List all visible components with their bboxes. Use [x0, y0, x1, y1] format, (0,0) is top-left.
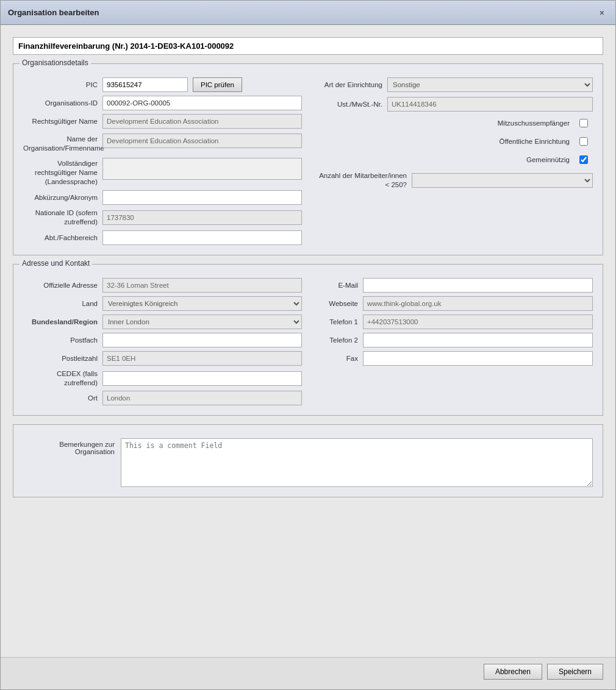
legal-name-input[interactable]	[102, 114, 302, 129]
abbreviation-row: Abkürzung/Akronym	[23, 190, 302, 205]
org-name-input[interactable]	[102, 133, 302, 148]
dialog-footer: Abbrechen Speichern	[1, 657, 615, 689]
telefon1-label: Telefon 1	[314, 318, 363, 325]
telefon2-input[interactable]	[363, 333, 593, 347]
pic-pruf-button[interactable]: PIC prüfen	[193, 77, 242, 92]
org-name-label: Name der Organisation/Firmenname	[23, 133, 102, 153]
telefon2-row: Telefon 2	[314, 333, 593, 347]
offizielle-row: Offizielle Adresse	[23, 278, 302, 293]
org-name-row: Name der Organisation/Firmenname	[23, 132, 302, 153]
ust-input[interactable]	[387, 97, 593, 112]
dialog-content: Organisationsdetails PIC PIC prüfen Orga	[1, 25, 615, 657]
anzahl-row: Anzahl der Mitarbeiter/innen < 250?	[314, 171, 593, 190]
full-legal-input[interactable]	[102, 158, 302, 180]
oeffentlich-row: Öffentliche Einrichtung	[314, 135, 593, 148]
postleitzahl-label: Postleitzahl	[23, 355, 102, 362]
email-input[interactable]	[363, 278, 593, 293]
finanzhilfe-input[interactable]	[13, 37, 603, 55]
address-section: Adresse und Kontakt Offizielle Adresse L…	[13, 264, 603, 416]
offizielle-input[interactable]	[102, 278, 302, 293]
art-label: Art der Einrichtung	[314, 80, 387, 90]
webseite-label: Webseite	[314, 300, 363, 307]
anzahl-select[interactable]	[412, 173, 593, 188]
address-section-legend: Adresse und Kontakt	[20, 259, 92, 268]
comment-row: Bemerkungen zur Organisation	[23, 438, 593, 487]
pic-row: PIC PIC prüfen	[23, 77, 302, 92]
cedex-row: CEDEX (falls zutreffend)	[23, 369, 302, 388]
comment-label: Bemerkungen zur Organisation	[23, 438, 121, 455]
postfach-row: Postfach	[23, 333, 302, 347]
bundesland-row: Bundesland/Region Inner London	[23, 315, 302, 329]
dialog-title: Organisation bearbeiten	[8, 8, 99, 17]
fax-row: Fax	[314, 351, 593, 366]
oeffentlich-label: Öffentliche Einrichtung	[314, 137, 575, 146]
postleitzahl-row: Postleitzahl	[23, 351, 302, 366]
bundesland-label: Bundesland/Region	[23, 318, 102, 325]
oeffentlich-checkbox-cell	[575, 137, 593, 146]
full-legal-row: Vollständiger rechtsgültiger Name (Lande…	[23, 157, 302, 187]
pic-input[interactable]	[102, 77, 188, 92]
addr-left-col: Offizielle Adresse Land Vereinigtes Köni…	[23, 278, 302, 406]
dialog-container: Organisation bearbeiten × Organisationsd…	[0, 0, 616, 690]
telefon2-label: Telefon 2	[314, 336, 363, 344]
bundesland-select[interactable]: Inner London	[102, 315, 302, 329]
org-section-legend: Organisationsdetails	[20, 59, 91, 67]
webseite-row: Webseite	[314, 296, 593, 311]
pic-label: PIC	[23, 81, 102, 88]
postfach-input[interactable]	[102, 333, 302, 347]
cedex-input[interactable]	[102, 371, 302, 386]
ust-label: Ust./MwSt.-Nr.	[314, 101, 387, 108]
legal-name-label: Rechtsgültiger Name	[23, 117, 102, 126]
oeffentlich-checkbox[interactable]	[579, 137, 588, 146]
gemeinnuetzig-label: Gemeinnützig	[314, 156, 575, 163]
art-row: Art der Einrichtung Sonstige	[314, 77, 593, 92]
org-id-row: Organisations-ID	[23, 96, 302, 110]
org-left-col: PIC PIC prüfen Organisations-ID Rechtsgü…	[23, 77, 302, 245]
fax-input[interactable]	[363, 351, 593, 366]
postfach-label: Postfach	[23, 336, 102, 344]
comment-textarea[interactable]	[121, 438, 593, 487]
telefon1-row: Telefon 1	[314, 315, 593, 329]
national-id-row: Nationale ID (sofern zutreffend)	[23, 208, 302, 227]
dialog-title-bar: Organisation bearbeiten ×	[1, 1, 615, 25]
comment-section: Bemerkungen zur Organisation	[13, 424, 603, 497]
dept-input[interactable]	[102, 230, 302, 245]
art-select[interactable]: Sonstige	[387, 77, 593, 92]
postleitzahl-input[interactable]	[102, 351, 302, 366]
gemeinnuetzig-checkbox[interactable]	[579, 155, 588, 164]
org-right-col: Art der Einrichtung Sonstige Ust./MwSt.-…	[314, 77, 593, 245]
anzahl-label: Anzahl der Mitarbeiter/innen < 250?	[314, 171, 412, 190]
abbreviation-input[interactable]	[102, 190, 302, 205]
offizielle-label: Offizielle Adresse	[23, 282, 102, 289]
top-field-row	[13, 37, 603, 55]
gemeinnuetzig-row: Gemeinnützig	[314, 153, 593, 166]
mitzuschuss-checkbox-cell	[575, 119, 593, 127]
email-row: E-Mail	[314, 278, 593, 293]
addr-right-col: E-Mail Webseite Telefon 1	[314, 278, 593, 406]
land-label: Land	[23, 300, 102, 307]
close-button[interactable]: ×	[596, 7, 608, 19]
org-id-input[interactable]	[102, 96, 302, 110]
fax-label: Fax	[314, 355, 363, 362]
national-id-input[interactable]	[102, 210, 302, 225]
mitzuschuss-row: Mitzuschussempfänger	[314, 116, 593, 130]
email-label: E-Mail	[314, 282, 363, 289]
ort-label: Ort	[23, 394, 102, 402]
cancel-button[interactable]: Abbrechen	[484, 664, 542, 680]
addr-grid: Offizielle Adresse Land Vereinigtes Köni…	[23, 278, 593, 406]
org-details-section: Organisationsdetails PIC PIC prüfen Orga	[13, 63, 603, 255]
pic-input-group: PIC prüfen	[102, 77, 242, 92]
mitzuschuss-label: Mitzuschussempfänger	[314, 119, 575, 127]
mitzuschuss-checkbox[interactable]	[579, 119, 588, 127]
save-button[interactable]: Speichern	[547, 664, 603, 680]
org-id-label: Organisations-ID	[23, 99, 102, 107]
land-select[interactable]: Vereinigtes Königreich	[102, 296, 302, 311]
dept-row: Abt./Fachbereich	[23, 230, 302, 245]
ort-input[interactable]	[102, 391, 302, 405]
abbreviation-label: Abkürzung/Akronym	[23, 194, 102, 201]
telefon1-input[interactable]	[363, 315, 593, 329]
legal-name-row: Rechtsgültiger Name	[23, 114, 302, 129]
webseite-input[interactable]	[363, 296, 593, 311]
national-id-label: Nationale ID (sofern zutreffend)	[23, 208, 102, 227]
land-row: Land Vereinigtes Königreich	[23, 296, 302, 311]
